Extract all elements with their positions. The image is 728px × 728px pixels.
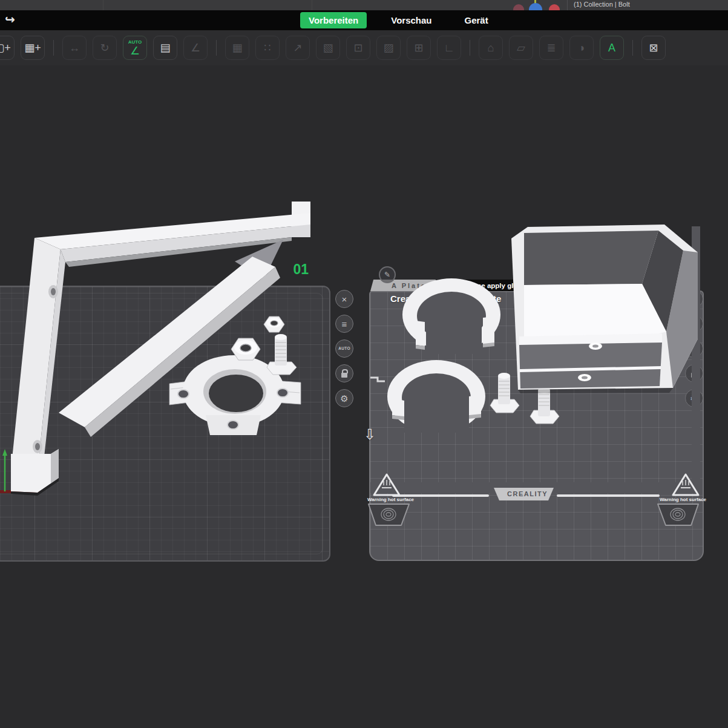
measure-icon: ∟ <box>444 42 454 53</box>
toolbar-divider <box>216 40 217 56</box>
paint-icon: ◑ <box>579 42 585 53</box>
drill-button[interactable]: ⊡ <box>346 36 370 60</box>
rename-plate-01-button[interactable]: ✎ <box>38 266 55 283</box>
top-navigation-bar: ↪ Vorbereiten Vorschau Gerät <box>0 10 728 30</box>
add-plate-button[interactable]: ▦+ <box>21 36 45 60</box>
plugin-icon: ⊠ <box>649 42 658 53</box>
mode-tabs: Vorbereiten Vorschau Gerät <box>300 11 497 29</box>
measure-button[interactable]: ∟ <box>437 36 461 60</box>
hatch-fill-icon: ▨ <box>383 42 393 53</box>
seam-icon: ▱ <box>517 42 525 53</box>
pattern-icon: ∷ <box>264 42 271 53</box>
auto-arrange-plate-button[interactable]: AUTO <box>335 339 353 358</box>
rotate-icon: ↻ <box>100 42 109 53</box>
plate-01-actions: ×≡AUTO⚙ <box>335 290 353 407</box>
main-toolbar: ▢+▦+↔↻AUTO∠▤∠▦∷↗▧⊡▨⊞∟⌂▱≣◑A⊠ <box>0 30 728 66</box>
auto-arrange-plate-icon: AUTO <box>338 347 350 351</box>
rename-plate-02-button[interactable]: ✎ <box>379 266 396 283</box>
toolbar-divider <box>53 40 54 56</box>
plate-model-list-button[interactable]: ≡ <box>685 315 703 333</box>
delete-plate-button[interactable]: × <box>335 290 353 308</box>
build-plate-01[interactable] <box>0 286 330 562</box>
divider <box>567 0 568 10</box>
scale-button[interactable]: ↗ <box>286 36 310 60</box>
auto-arrange-plate-icon: AUTO <box>688 347 700 351</box>
paint-button[interactable]: ◑ <box>569 36 594 60</box>
auto-orient-icon: ∠ <box>130 45 140 56</box>
plate-surface-label: Creality Smooth PEI Plate <box>390 293 501 304</box>
tab-vorbereiten[interactable]: Vorbereiten <box>300 12 367 28</box>
gizmo-ball-red <box>549 4 560 10</box>
move-button[interactable]: ↔ <box>62 36 87 60</box>
plate-number-01: 01 <box>272 261 309 278</box>
delete-plate-icon: × <box>692 295 697 304</box>
auto-arrange-plate-button[interactable]: AUTO <box>685 339 703 358</box>
add-plate-icon: ▦+ <box>24 42 41 53</box>
add-model-button[interactable]: ▢+ <box>0 36 15 60</box>
gizmo-ball-maroon <box>513 4 524 10</box>
3d-viewport[interactable]: A Plate please apply glue before print ✎… <box>0 65 728 728</box>
lay-flat-button[interactable]: ∠ <box>183 36 208 60</box>
plate-02-actions: ×≡AUTO⚙ <box>685 290 703 407</box>
plate-model-list-button[interactable]: ≡ <box>335 315 353 333</box>
boolean-button[interactable]: ⊞ <box>407 36 431 60</box>
plate-settings-icon: ⚙ <box>340 394 348 403</box>
rotate-button[interactable]: ↻ <box>93 36 117 60</box>
arrange-button[interactable]: ▤ <box>153 36 177 60</box>
glue-notice-text: please apply glue before print <box>464 282 562 289</box>
pattern-button[interactable]: ∷ <box>255 36 280 60</box>
arrange-icon: ▤ <box>160 42 170 53</box>
mirror-button[interactable]: ▧ <box>316 36 340 60</box>
tab-vorschau[interactable]: Vorschau <box>382 12 440 28</box>
window-title: (1) Collection | Bolt <box>574 1 630 8</box>
plate-settings-button[interactable]: ⚙ <box>335 389 353 407</box>
background-gridline <box>103 0 103 10</box>
background-gridline <box>312 0 312 10</box>
boolean-icon: ⊞ <box>414 42 423 53</box>
auto-orient-label: AUTO <box>128 40 142 45</box>
toolbar-divider <box>632 40 633 56</box>
lock-plate-button[interactable] <box>685 364 703 382</box>
glue-edit-pencil-icon: ✎ <box>566 281 571 289</box>
gizmo-ball-blue <box>529 3 542 10</box>
glue-notice-band: please apply glue before print ✎ <box>449 280 586 291</box>
clone-icon: ▦ <box>232 42 242 53</box>
plate-model-list-icon: ≡ <box>692 320 697 329</box>
redo-arrow-icon[interactable]: ↪ <box>5 12 15 27</box>
support-button[interactable]: ⌂ <box>479 36 503 60</box>
add-model-icon: ▢+ <box>0 42 11 53</box>
toolbar-divider <box>470 40 470 56</box>
plate-settings-icon: ⚙ <box>690 394 698 403</box>
auto-orient-button[interactable]: AUTO∠ <box>123 36 147 60</box>
build-plate-02[interactable] <box>369 290 704 561</box>
plate-settings-button[interactable]: ⚙ <box>685 389 703 407</box>
hatch-fill-button[interactable]: ▨ <box>376 36 401 60</box>
plate-number-02: 02 <box>606 261 643 278</box>
seam-button[interactable]: ▱ <box>509 36 533 60</box>
lock-icon <box>341 373 347 378</box>
tab-geraet[interactable]: Gerät <box>456 12 497 28</box>
lay-flat-icon: ∠ <box>191 42 200 53</box>
lock-plate-button[interactable] <box>335 364 353 382</box>
text-tool-icon: A <box>608 42 615 53</box>
plate-tab-right: A Plate <box>586 280 674 291</box>
mirror-icon: ▧ <box>323 42 333 53</box>
creality-print-window: (1) Collection | Bolt ↪ Vorbereiten Vors… <box>0 0 728 728</box>
support-icon: ⌂ <box>488 42 494 53</box>
scale-icon: ↗ <box>293 42 302 53</box>
background-window-strip: (1) Collection | Bolt <box>0 0 728 10</box>
delete-plate-icon: × <box>342 295 347 304</box>
layers-icon: ≣ <box>546 42 556 53</box>
plate-origin-arrow-icon: ⇩ <box>364 426 376 443</box>
layers-button[interactable]: ≣ <box>539 36 563 60</box>
text-tool-button[interactable]: A <box>600 36 624 60</box>
clone-button[interactable]: ▦ <box>225 36 249 60</box>
move-icon: ↔ <box>69 42 80 53</box>
plate-model-list-icon: ≡ <box>342 320 347 329</box>
delete-plate-button[interactable]: × <box>685 290 703 308</box>
plugin-button[interactable]: ⊠ <box>641 36 666 60</box>
lock-icon <box>691 373 697 378</box>
drill-icon: ⊡ <box>353 42 362 53</box>
